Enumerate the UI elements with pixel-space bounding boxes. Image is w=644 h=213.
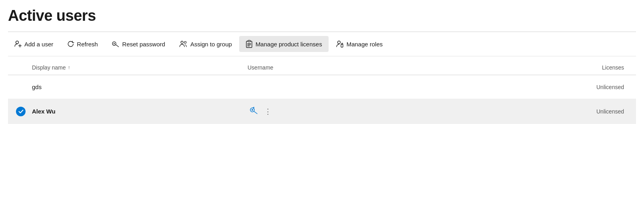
svg-point-7 — [184, 42, 186, 44]
row-checkbox-alex-wu[interactable] — [16, 107, 32, 116]
svg-point-17 — [252, 109, 253, 111]
table-row[interactable]: Alex Wu ⋮ Unlicensed — [8, 99, 636, 124]
svg-point-6 — [181, 41, 183, 44]
add-user-icon — [14, 40, 22, 48]
svg-point-0 — [16, 41, 19, 44]
assign-group-button[interactable]: Assign to group — [172, 36, 238, 52]
reset-password-button[interactable]: Reset password — [105, 36, 172, 52]
add-user-label: Add a user — [24, 41, 54, 48]
username-label: Username — [248, 64, 273, 71]
page-container: Active users Add a user R — [0, 0, 644, 124]
svg-point-5 — [114, 43, 115, 44]
refresh-label: Refresh — [77, 41, 98, 48]
key-icon — [111, 40, 119, 48]
sort-arrow-icon: ↑ — [68, 65, 70, 70]
row-licenses-gds: Unlicensed — [548, 84, 628, 90]
table-header: Display name ↑ Username Licenses — [8, 60, 636, 75]
manage-roles-label: Manage roles — [347, 41, 383, 48]
assign-group-label: Assign to group — [190, 41, 232, 48]
display-name-label: Display name — [32, 64, 66, 71]
more-actions-icon[interactable]: ⋮ — [263, 106, 273, 117]
table-container: Display name ↑ Username Licenses gds Unl… — [8, 60, 636, 124]
row-checkbox-gds[interactable] — [16, 82, 32, 92]
svg-rect-9 — [248, 40, 250, 42]
svg-rect-8 — [246, 41, 252, 48]
refresh-button[interactable]: Refresh — [61, 36, 105, 52]
svg-rect-14 — [341, 44, 343, 47]
manage-roles-button[interactable]: Manage roles — [329, 36, 389, 52]
row-actions-alex-wu: ⋮ — [248, 105, 548, 118]
row-display-name-gds: gds — [32, 84, 248, 90]
manage-licenses-label: Manage product licenses — [256, 41, 322, 48]
col-header-licenses: Licenses — [548, 64, 628, 71]
row-licenses-alex-wu: Unlicensed — [548, 108, 628, 115]
licenses-label: Licenses — [602, 64, 624, 71]
add-user-button[interactable]: Add a user — [8, 36, 60, 52]
reset-password-row-icon[interactable] — [248, 105, 260, 118]
table-row[interactable]: gds Unlicensed — [8, 75, 636, 99]
group-icon — [179, 40, 188, 48]
reset-password-label: Reset password — [122, 41, 165, 48]
checked-checkbox — [16, 107, 26, 116]
svg-line-4 — [116, 45, 119, 47]
col-header-display-name[interactable]: Display name ↑ — [16, 64, 248, 71]
clipboard-icon — [246, 40, 253, 48]
manage-licenses-button[interactable]: Manage product licenses — [239, 36, 329, 52]
col-header-username: Username — [248, 64, 548, 71]
unchecked-checkbox — [16, 82, 26, 92]
row-display-name-alex-wu: Alex Wu — [32, 108, 248, 115]
page-title: Active users — [8, 7, 636, 24]
refresh-icon — [67, 40, 74, 48]
svg-point-13 — [337, 41, 340, 44]
toolbar: Add a user Refresh Reset password — [8, 32, 636, 56]
svg-line-16 — [254, 111, 257, 114]
manage-roles-icon — [336, 40, 344, 48]
